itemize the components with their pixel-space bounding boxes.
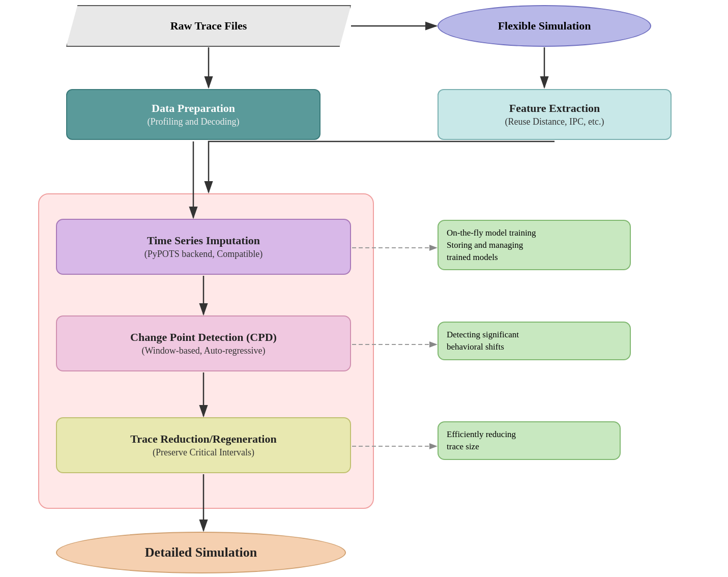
cpd-sub: (Window-based, Auto-regressive) [141, 345, 265, 357]
data-prep-node: Data Preparation (Profiling and Decoding… [66, 89, 321, 140]
arrow-feature-to-timeseries [209, 141, 555, 192]
data-prep-title: Data Preparation [152, 101, 235, 116]
cpd-node: Change Point Detection (CPD) (Window-bas… [56, 315, 351, 371]
cpd-title: Change Point Detection (CPD) [130, 330, 277, 345]
data-prep-sub: (Profiling and Decoding) [148, 116, 240, 128]
flexible-sim-title: Flexible Simulation [498, 19, 591, 34]
side-note-trace-text: Efficiently reducingtrace size [447, 429, 516, 451]
trace-reduction-node: Trace Reduction/Regeneration (Preserve C… [56, 417, 351, 473]
raw-trace-title: Raw Trace Files [170, 19, 247, 34]
side-note-cpd: Detecting significantbehavioral shifts [438, 322, 631, 360]
side-note-imputation: On-the-fly model trainingStoring and man… [438, 220, 631, 270]
detailed-sim-title: Detailed Simulation [145, 544, 257, 561]
flexible-sim-node: Flexible Simulation [438, 5, 651, 47]
raw-trace-node: Raw Trace Files [66, 5, 351, 47]
side-note-cpd-text: Detecting significantbehavioral shifts [447, 330, 519, 352]
detailed-sim-node: Detailed Simulation [56, 532, 346, 573]
time-series-sub: (PyPOTS backend, Compatible) [144, 248, 263, 260]
time-series-node: Time Series Imputation (PyPOTS backend, … [56, 219, 351, 275]
feature-ext-sub: (Reuse Distance, IPC, etc.) [505, 116, 604, 128]
time-series-title: Time Series Imputation [147, 234, 260, 248]
feature-ext-node: Feature Extraction (Reuse Distance, IPC,… [438, 89, 672, 140]
trace-reduction-title: Trace Reduction/Regeneration [130, 432, 276, 447]
feature-ext-title: Feature Extraction [509, 101, 600, 116]
diagram: Raw Trace Files Flexible Simulation Data… [0, 0, 728, 577]
trace-reduction-sub: (Preserve Critical Intervals) [153, 447, 254, 458]
side-note-trace: Efficiently reducingtrace size [438, 421, 621, 460]
side-note-imputation-text: On-the-fly model trainingStoring and man… [447, 228, 536, 262]
